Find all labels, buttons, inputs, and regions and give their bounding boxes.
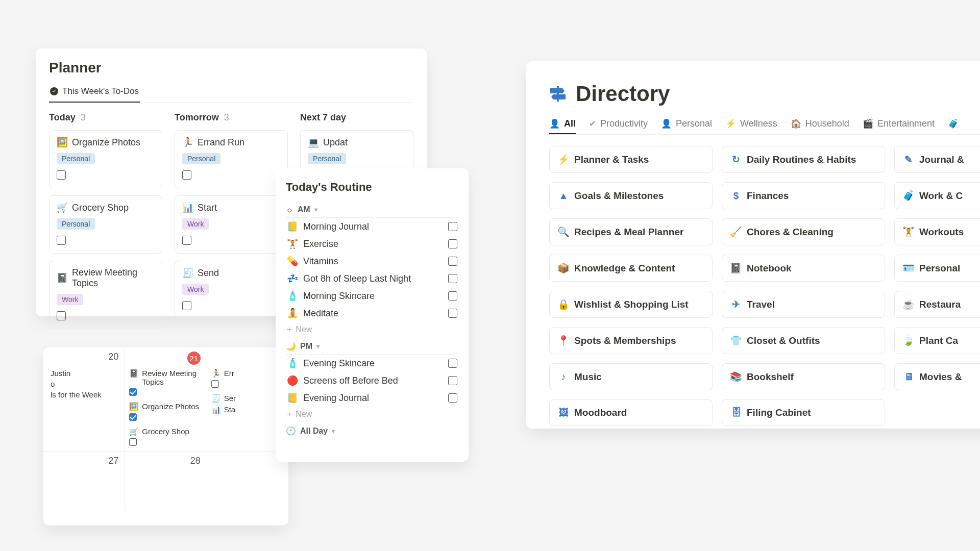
task-card[interactable]: 🧾Send Work: [175, 261, 288, 319]
task-card[interactable]: 📓Review Meeting Topics Work: [49, 261, 162, 329]
entry-label: Sta: [224, 405, 236, 414]
routine-checkbox[interactable]: [448, 309, 457, 318]
task-checkbox[interactable]: [57, 170, 66, 180]
directory-item[interactable]: ▲Goals & Milestones: [549, 182, 713, 209]
directory-item[interactable]: ♪Music: [549, 363, 713, 390]
directory-item[interactable]: 🧳Work & C: [894, 182, 980, 209]
routine-checkbox[interactable]: [448, 376, 457, 385]
directory-item[interactable]: ☕Restaura: [894, 291, 980, 318]
directory-item[interactable]: ↻Daily Routines & Habits: [722, 146, 885, 173]
directory-item[interactable]: 🖼Moodboard: [549, 399, 713, 426]
directory-tab[interactable]: 🎬Entertainment: [863, 118, 935, 129]
calendar-cell[interactable]: 20Justinols for the Week: [43, 347, 125, 451]
calendar-row: 20Justinols for the Week21📓Review Meetin…: [43, 347, 288, 451]
directory-item[interactable]: 🪪Personal: [894, 255, 980, 282]
task-checkbox[interactable]: [182, 170, 191, 180]
directory-item[interactable]: 🔍Recipes & Meal Planner: [549, 218, 713, 245]
routine-item[interactable]: 💊Vitamins: [286, 253, 458, 270]
directory-item[interactable]: 🔒Wishlist & Shopping List: [549, 291, 713, 318]
directory-item[interactable]: 🗄Filing Cabinet: [722, 399, 885, 426]
tab-this-weeks-todos[interactable]: This Week's To-Dos: [49, 83, 140, 103]
routine-item[interactable]: 🧴Morning Skincare: [286, 287, 458, 305]
routine-checkbox[interactable]: [448, 359, 457, 368]
entry-checkbox[interactable]: [211, 380, 219, 388]
calendar-row: 2728: [43, 451, 288, 510]
routine-item[interactable]: 📒Evening Journal: [286, 389, 458, 407]
directory-item[interactable]: 📚Bookshelf: [722, 363, 885, 390]
item-icon: 🖥: [904, 371, 913, 383]
directory-tab[interactable]: 👤Personal: [661, 118, 712, 129]
routine-group-header[interactable]: 🌙PM▾: [286, 337, 458, 355]
task-card[interactable]: 🖼️Organize Photos Personal: [49, 130, 162, 188]
day-number: 20: [108, 352, 118, 362]
routine-item[interactable]: 🏋️Exercise: [286, 235, 458, 253]
task-card[interactable]: 🛒Grocery Shop Personal: [49, 195, 162, 254]
add-new-button[interactable]: +New: [286, 407, 458, 422]
calendar-cell[interactable]: [207, 452, 288, 510]
item-label: Knowledge & Content: [574, 263, 675, 274]
chevron-down-icon: ▾: [332, 428, 335, 435]
task-tag: Personal: [57, 218, 95, 230]
calendar-entry[interactable]: o: [43, 379, 125, 389]
routine-checkbox[interactable]: [448, 393, 457, 403]
routine-checkbox[interactable]: [448, 222, 457, 231]
directory-item[interactable]: 🧹Chores & Cleaning: [722, 218, 885, 245]
entry-checkbox[interactable]: [129, 438, 137, 446]
calendar-cell[interactable]: 21📓Review Meeting Topics🖼️Organize Photo…: [125, 347, 207, 451]
chevron-down-icon: ▾: [316, 343, 320, 350]
directory-item[interactable]: 📍Spots & Memberships: [549, 327, 713, 354]
task-checkbox[interactable]: [182, 301, 191, 310]
routine-item[interactable]: 🧴Evening Skincare: [286, 355, 458, 372]
calendar-cell[interactable]: 28: [125, 452, 207, 510]
directory-item[interactable]: 📓Notebook: [722, 255, 885, 282]
directory-item[interactable]: ✈Travel: [722, 291, 885, 318]
entry-checkbox[interactable]: [129, 413, 137, 421]
routine-group-header[interactable]: ☼AM▾: [286, 201, 458, 218]
directory-item[interactable]: 🖥Movies &: [894, 363, 980, 390]
task-card[interactable]: 🏃Errand Run Personal: [175, 130, 288, 188]
calendar-cell[interactable]: 27: [43, 452, 125, 510]
item-icon: ▲: [559, 190, 568, 202]
directory-tab-more[interactable]: 🧳: [948, 118, 959, 129]
directory-item[interactable]: 📦Knowledge & Content: [549, 255, 713, 282]
calendar-entry[interactable]: 🖼️Organize Photos: [125, 401, 206, 412]
entry-checkbox[interactable]: [129, 388, 137, 396]
directory-tab[interactable]: 👤All: [549, 118, 576, 134]
planner-column: Tomorrow3 🏃Errand Run Personal 📊Start Wo…: [175, 112, 288, 336]
routine-emoji-icon: 💊: [287, 256, 298, 267]
directory-tab[interactable]: 🏠Household: [791, 118, 849, 129]
routine-checkbox[interactable]: [448, 257, 457, 266]
entry-label: Err: [224, 369, 234, 378]
calendar-entry[interactable]: 🛒Grocery Shop: [125, 426, 206, 437]
directory-item[interactable]: ✎Journal &: [894, 146, 980, 173]
routine-item[interactable]: 🧘Meditate: [286, 305, 458, 322]
calendar-entry[interactable]: ls for the Week: [43, 389, 125, 400]
directory-item[interactable]: 🍃Plant Ca: [894, 327, 980, 354]
group-label: All Day: [300, 427, 328, 436]
item-label: Wishlist & Shopping List: [574, 299, 689, 310]
routine-checkbox[interactable]: [448, 239, 457, 248]
task-checkbox[interactable]: [57, 236, 66, 245]
directory-item[interactable]: 👕Closet & Outfits: [722, 327, 885, 354]
routine-group-header[interactable]: 🕘All Day▾: [286, 422, 458, 439]
task-checkbox[interactable]: [182, 236, 191, 245]
routine-item[interactable]: 📒Morning Journal: [286, 218, 458, 235]
directory-tab[interactable]: ⚡Wellness: [725, 118, 777, 129]
routine-checkbox[interactable]: [448, 274, 457, 283]
directory-tab[interactable]: ✔Productivity: [589, 118, 648, 129]
task-card[interactable]: 📊Start Work: [175, 195, 288, 254]
calendar-entry[interactable]: 📓Review Meeting Topics: [125, 368, 206, 387]
add-new-button[interactable]: +New: [286, 322, 458, 337]
directory-item[interactable]: 🏋Workouts: [894, 218, 980, 245]
directory-item[interactable]: ⚡Planner & Tasks: [549, 146, 713, 173]
routine-label: Evening Skincare: [303, 358, 375, 369]
task-checkbox[interactable]: [57, 311, 66, 320]
routine-checkbox[interactable]: [448, 291, 457, 300]
directory-item[interactable]: $Finances: [722, 182, 885, 209]
routine-item[interactable]: 💤Got 8h of Sleep Last Night: [286, 270, 458, 287]
routine-emoji-icon: 💤: [287, 273, 298, 284]
calendar-entry[interactable]: Justin: [43, 368, 125, 379]
routine-item[interactable]: 🔴Screens off Before Bed: [286, 372, 458, 389]
routine-label: Exercise: [303, 239, 338, 249]
item-label: Goals & Milestones: [574, 190, 664, 202]
